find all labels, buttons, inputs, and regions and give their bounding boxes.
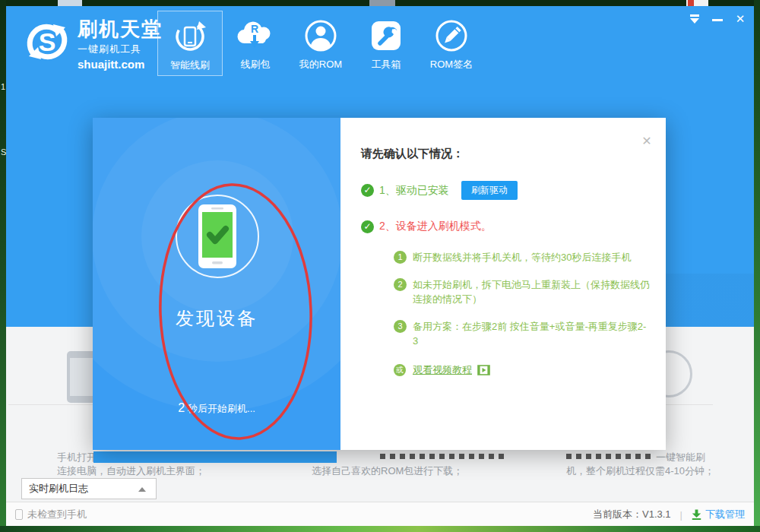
driver-installed-label: 1、驱动已安装 — [379, 184, 449, 198]
countdown-text: 秒后开始刷机... — [188, 403, 255, 414]
download-icon — [692, 509, 701, 520]
desktop-icon-fragment — [58, 0, 82, 6]
brand: S 刷机天堂 一键刷机工具 shuajitt.com — [23, 17, 163, 71]
nav-item-smart-flash[interactable]: 智能线刷 — [157, 11, 223, 76]
step-text: 断开数据线并将手机关机，等待约30秒后连接手机 — [413, 250, 650, 264]
app-title: 刷机天堂 — [78, 17, 163, 41]
realtime-log-selector[interactable]: 实时刷机日志 — [21, 478, 157, 499]
step-number-badge: 1 — [394, 251, 407, 264]
flash-countdown: 2秒后开始刷机... — [93, 401, 340, 416]
main-nav: 智能线刷 R 线刷包 — [157, 11, 484, 76]
desktop-label-fragment: 1 — [1, 82, 5, 91]
check-circle-icon: ✓ — [361, 184, 374, 197]
download-manager-link[interactable]: 下载管理 — [692, 508, 745, 521]
phone-refresh-icon — [158, 19, 222, 54]
chevron-up-icon — [138, 487, 146, 492]
desktop-icon-fragment — [369, 0, 395, 6]
device-found-circle — [176, 195, 259, 278]
pencil-circle-icon — [419, 18, 484, 53]
step-number-badge: 3 — [394, 320, 407, 333]
close-window-icon[interactable]: ✕ — [734, 14, 746, 24]
nav-item-my-rom[interactable]: 我的ROM — [288, 11, 353, 76]
dialog-instructions-panel: ✕ 请先确认以下情况： ✓ 1、驱动已安装 刷新驱动 ✓ 2、设备进入刷机模式。 — [340, 118, 666, 450]
svg-text:R: R — [251, 23, 258, 35]
step-item-1: 1 断开数据线并将手机关机，等待约30秒后连接手机 — [394, 250, 650, 264]
nav-label: 线刷包 — [223, 58, 288, 71]
check-circle-icon: ✓ — [361, 220, 374, 233]
desktop-left-edge: 1 S — [0, 0, 6, 532]
skin-menu-icon[interactable] — [689, 14, 701, 24]
video-tutorial-row: 或 观看视频教程 — [394, 363, 650, 377]
nav-item-flash-package[interactable]: R 线刷包 — [223, 11, 288, 76]
download-manager-label: 下载管理 — [705, 508, 745, 521]
step-list: 1 断开数据线并将手机关机，等待约30秒后连接手机 2 如未开始刷机，拆下电池马… — [394, 250, 650, 348]
caption-col2-clipped-line — [380, 454, 506, 459]
nav-label: 工具箱 — [353, 58, 419, 71]
cloud-rom-download-icon: R — [223, 18, 288, 53]
app-window: S 刷机天堂 一键刷机工具 shuajitt.com 智能线刷 — [6, 6, 754, 526]
user-circle-icon — [288, 18, 353, 53]
version-label: 当前版本：V1.3.1 — [593, 508, 671, 521]
caption-col3-clipped-line — [566, 454, 653, 459]
caption-selection-highlight — [93, 451, 337, 463]
caption-col1-line1: 手机打开 — [57, 451, 97, 464]
nav-label: 智能线刷 — [158, 59, 222, 72]
step-text: 如未开始刷机，拆下电池马上重新装上（保持数据线仍连接的情况下） — [413, 277, 650, 306]
step-number-badge: 2 — [394, 278, 407, 291]
countdown-seconds: 2 — [178, 401, 185, 414]
device-found-title: 发现设备 — [93, 306, 340, 331]
or-badge: 或 — [394, 364, 406, 376]
desktop-background: 1 S S 刷机天堂 一键刷机工具 shuajitt.com — [0, 0, 760, 532]
phone-status-text: 未检查到手机 — [27, 508, 87, 521]
app-logo-icon: S — [23, 17, 71, 67]
nav-item-toolbox[interactable]: 工具箱 — [353, 11, 419, 76]
app-domain: shuajitt.com — [78, 58, 163, 71]
check-row-flash-mode: ✓ 2、设备进入刷机模式。 — [361, 220, 650, 233]
desktop-top-edge — [0, 0, 760, 6]
status-bar: 未检查到手机 当前版本：V1.3.1 | 下载管理 — [6, 502, 754, 526]
wrench-box-icon — [353, 18, 419, 53]
video-player-icon[interactable] — [477, 365, 490, 375]
dialog-device-panel: 发现设备 2秒后开始刷机... — [93, 118, 340, 450]
desktop-bottom-edge — [0, 526, 760, 532]
separator: | — [680, 509, 682, 521]
nav-label: 我的ROM — [288, 58, 353, 71]
svg-text:S: S — [39, 27, 56, 56]
phone-status-icon — [15, 509, 23, 520]
caption-col2-line2: 选择自己喜欢的ROM包进行下载； — [312, 464, 463, 478]
step-item-3: 3 备用方案：在步骤2前 按住音量+或音量-再重复步骤2-3 — [394, 319, 650, 348]
flash-mode-label: 2、设备进入刷机模式。 — [379, 220, 492, 233]
refresh-driver-button[interactable]: 刷新驱动 — [461, 181, 518, 200]
desktop-right-edge — [754, 0, 760, 532]
nav-item-rom-signature[interactable]: ROM签名 — [419, 11, 484, 76]
flash-dialog: 发现设备 2秒后开始刷机... ✕ 请先确认以下情况： ✓ 1、驱动已安装 刷新… — [93, 118, 666, 450]
dialog-title: 请先确认以下情况： — [361, 147, 650, 161]
check-row-driver: ✓ 1、驱动已安装 刷新驱动 — [361, 181, 650, 200]
window-controls: ✕ — [689, 14, 746, 24]
caption-col3-line2: 机，整个刷机过程仅需4-10分钟； — [566, 464, 714, 478]
desktop-icon-fragment — [688, 0, 694, 6]
phone-check-icon — [198, 204, 237, 269]
video-tutorial-link[interactable]: 观看视频教程 — [413, 363, 472, 377]
log-selector-label: 实时刷机日志 — [29, 483, 88, 494]
caption-col1-line2: 连接电脑，自动进入刷机主界面； — [57, 464, 205, 478]
app-subtitle: 一键刷机工具 — [78, 43, 163, 56]
caption-col3-line1: 一键智能刷 — [656, 451, 705, 464]
step-item-2: 2 如未开始刷机，拆下电池马上重新装上（保持数据线仍连接的情况下） — [394, 277, 650, 306]
minimize-icon[interactable] — [711, 14, 724, 24]
nav-label: ROM签名 — [419, 58, 484, 71]
step-text: 备用方案：在步骤2前 按住音量+或音量-再重复步骤2-3 — [413, 319, 650, 348]
